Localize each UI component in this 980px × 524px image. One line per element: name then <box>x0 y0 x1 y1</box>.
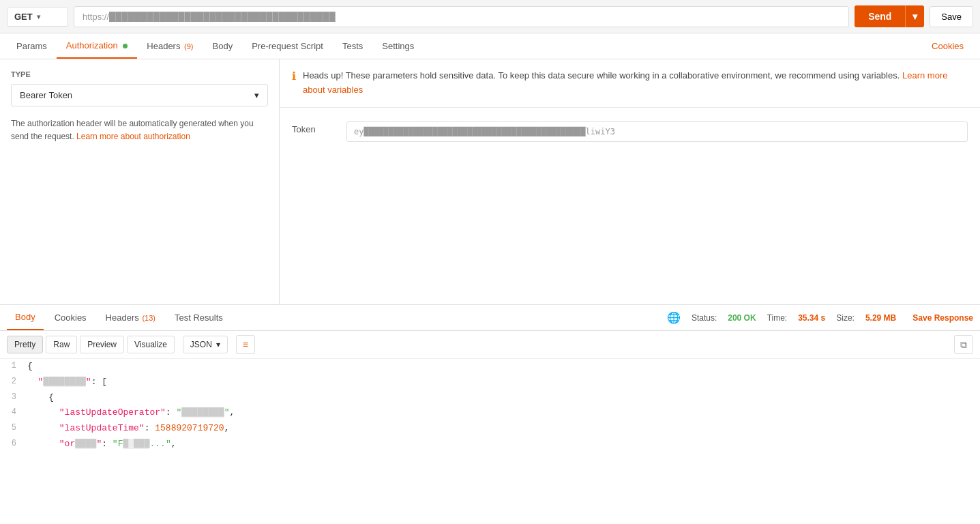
size-value: 5.29 MB <box>865 313 896 323</box>
response-tabs: Body Cookies Headers (13) Test Results 🌐… <box>0 305 980 331</box>
resp-tab-body[interactable]: Body <box>7 305 44 330</box>
wrap-icon[interactable]: ≡ <box>236 335 255 354</box>
response-area: Body Cookies Headers (13) Test Results 🌐… <box>0 305 980 452</box>
resp-tab-headers[interactable]: Headers (13) <box>98 306 164 330</box>
status-bar: 🌐 Status: 200 OK Time: 35.34 s Size: 5.2… <box>667 311 973 324</box>
warning-text: Heads up! These parameters hold sensitiv… <box>303 69 968 98</box>
code-line-5: 5 "lastUpdateTime": 1588920719720, <box>0 421 980 437</box>
fmt-preview-button[interactable]: Preview <box>80 336 124 353</box>
tab-cookies[interactable]: Cookies <box>922 34 973 58</box>
fmt-pretty-button[interactable]: Pretty <box>7 336 43 353</box>
tab-settings[interactable]: Settings <box>372 34 424 58</box>
token-row: Token ey████████████████████████████████… <box>280 108 980 156</box>
authorization-active-dot <box>123 44 128 48</box>
token-label: Token <box>292 121 333 134</box>
tab-params[interactable]: Params <box>7 34 57 58</box>
left-panel: TYPE Bearer Token ▾ The authorization he… <box>0 59 280 304</box>
main-area: TYPE Bearer Token ▾ The authorization he… <box>0 59 980 305</box>
method-chevron-icon: ▾ <box>37 13 40 20</box>
method-label: GET <box>14 12 33 22</box>
send-label: Send <box>855 5 905 27</box>
auth-description: The authorization header will be automat… <box>11 117 268 143</box>
top-bar: GET ▾ Send ▾ Save <box>0 0 980 33</box>
code-line-2: 2 "████████": [ <box>0 375 980 390</box>
save-response-button[interactable]: Save Response <box>912 313 973 323</box>
status-label: Status: <box>692 313 717 323</box>
learn-more-link[interactable]: Learn more about authorization <box>76 132 190 141</box>
right-panel: ℹ Heads up! These parameters hold sensit… <box>280 59 980 304</box>
url-input[interactable] <box>74 6 849 27</box>
tab-prerequest[interactable]: Pre-request Script <box>242 34 333 58</box>
tab-body[interactable]: Body <box>203 34 243 58</box>
format-type-label: JSON <box>190 340 212 349</box>
token-input[interactable]: ey██████████████████████████████████████… <box>346 121 968 142</box>
size-label: Size: <box>836 313 855 323</box>
globe-icon: 🌐 <box>667 311 681 324</box>
auth-type-value: Bearer Token <box>20 90 72 100</box>
fmt-visualize-button[interactable]: Visualize <box>127 336 175 353</box>
type-label: TYPE <box>11 70 268 78</box>
code-line-1: 1 { <box>0 359 980 375</box>
warning-icon: ℹ <box>292 70 296 83</box>
format-type-select[interactable]: JSON ▾ <box>183 336 228 353</box>
send-button[interactable]: Send ▾ <box>855 5 924 27</box>
resp-tab-cookies[interactable]: Cookies <box>46 306 95 330</box>
format-type-chevron-icon: ▾ <box>216 340 220 349</box>
tab-tests[interactable]: Tests <box>333 34 372 58</box>
auth-type-select[interactable]: Bearer Token ▾ <box>11 84 268 106</box>
tab-authorization[interactable]: Authorization <box>57 33 138 59</box>
code-line-4: 4 "lastUpdateOperator": "████████", <box>0 405 980 421</box>
request-tabs: Params Authorization Headers (9) Body Pr… <box>0 33 980 59</box>
fmt-raw-button[interactable]: Raw <box>46 336 77 353</box>
time-value: 35.34 s <box>798 313 825 323</box>
resp-tab-test-results[interactable]: Test Results <box>166 306 231 330</box>
method-select[interactable]: GET ▾ <box>7 7 68 27</box>
time-label: Time: <box>767 313 788 323</box>
status-value: 200 OK <box>728 313 756 323</box>
tab-headers[interactable]: Headers (9) <box>137 34 203 58</box>
code-line-3: 3 { <box>0 390 980 406</box>
copy-icon[interactable]: ⧉ <box>954 335 973 354</box>
code-line-6: 6 "or████": "F█ ███...", <box>0 437 980 452</box>
auth-type-chevron-icon: ▾ <box>254 90 259 100</box>
format-bar: Pretty Raw Preview Visualize JSON ▾ ≡ ⧉ <box>0 331 980 359</box>
code-area: 1 { 2 "████████": [ 3 { 4 "lastUpdateOpe… <box>0 359 980 452</box>
save-button[interactable]: Save <box>930 6 973 27</box>
warning-banner: ℹ Heads up! These parameters hold sensit… <box>280 59 980 108</box>
send-dropdown-arrow[interactable]: ▾ <box>905 5 924 27</box>
